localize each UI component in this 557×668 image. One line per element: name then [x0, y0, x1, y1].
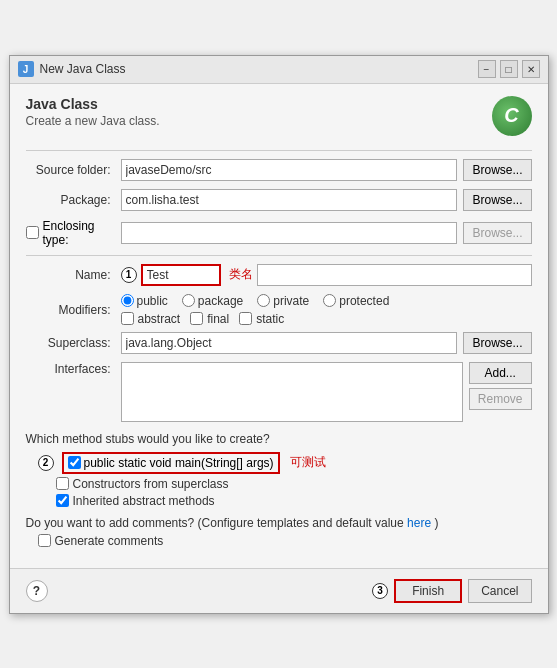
- header-text: Java Class Create a new Java class.: [26, 96, 160, 128]
- source-folder-browse-button[interactable]: Browse...: [463, 159, 531, 181]
- modifier-abstract-label[interactable]: abstract: [121, 312, 181, 326]
- modifier-protected-label[interactable]: protected: [323, 294, 389, 308]
- generate-comments-checkbox[interactable]: [38, 534, 51, 547]
- modifier-final-checkbox[interactable]: [190, 312, 203, 325]
- name-input-wrapper: 类名: [141, 264, 532, 286]
- window-title: New Java Class: [40, 62, 126, 76]
- main-method-border: public static void main(String[] args): [62, 452, 280, 474]
- modifier-package-text: package: [198, 294, 243, 308]
- comments-title-part1: Do you want to add comments? (Configure …: [26, 516, 404, 530]
- modifier-protected-text: protected: [339, 294, 389, 308]
- modifier-package-label[interactable]: package: [182, 294, 243, 308]
- window-icon: J: [18, 61, 34, 77]
- title-buttons: − □ ✕: [478, 60, 540, 78]
- modifiers-radio-group: public package private protected: [121, 294, 390, 308]
- source-folder-row: Source folder: Browse...: [26, 159, 532, 181]
- source-folder-label: Source folder:: [26, 163, 121, 177]
- comments-title: Do you want to add comments? (Configure …: [26, 516, 532, 530]
- enclosing-type-checkbox[interactable]: [26, 226, 39, 239]
- modifier-abstract-checkbox[interactable]: [121, 312, 134, 325]
- name-input-extended[interactable]: [257, 264, 532, 286]
- modifiers-checkbox-group: abstract final static: [121, 312, 390, 326]
- package-label: Package:: [26, 193, 121, 207]
- main-method-checkbox[interactable]: [68, 456, 81, 469]
- help-button[interactable]: ?: [26, 580, 48, 602]
- divider-mid: [26, 255, 532, 256]
- comments-title-part2: ): [434, 516, 438, 530]
- modifiers-row: Modifiers: public package private: [26, 294, 532, 326]
- modifier-final-label[interactable]: final: [190, 312, 229, 326]
- divider-top: [26, 150, 532, 151]
- superclass-browse-button[interactable]: Browse...: [463, 332, 531, 354]
- generate-comments-label[interactable]: Generate comments: [38, 534, 532, 548]
- title-bar: J New Java Class − □ ✕: [10, 56, 548, 84]
- modifier-abstract-text: abstract: [138, 312, 181, 326]
- modifier-public-label[interactable]: public: [121, 294, 168, 308]
- can-test-annotation: 可测试: [290, 454, 326, 471]
- maximize-button[interactable]: □: [500, 60, 518, 78]
- interfaces-label: Interfaces:: [26, 362, 121, 376]
- modifier-public-radio[interactable]: [121, 294, 134, 307]
- main-method-row: 2 public static void main(String[] args)…: [38, 452, 532, 474]
- enclosing-type-browse-button[interactable]: Browse...: [463, 222, 531, 244]
- modifiers-options: public package private protected: [121, 294, 390, 326]
- modifier-static-text: static: [256, 312, 284, 326]
- modifier-private-text: private: [273, 294, 309, 308]
- finish-button[interactable]: Finish: [394, 579, 462, 603]
- generate-comments-text: Generate comments: [55, 534, 164, 548]
- finish-step-badge: 3: [372, 583, 388, 599]
- name-annotation: 类名: [229, 266, 253, 283]
- modifier-private-radio[interactable]: [257, 294, 270, 307]
- cancel-button[interactable]: Cancel: [468, 579, 531, 603]
- eclipse-logo: C: [492, 96, 532, 136]
- enclosing-type-row: Enclosing type: Browse...: [26, 219, 532, 247]
- enclosing-type-label: Enclosing type:: [43, 219, 111, 247]
- constructors-text: Constructors from superclass: [73, 477, 229, 491]
- stubs-step-badge: 2: [38, 455, 54, 471]
- stubs-options: 2 public static void main(String[] args)…: [38, 452, 532, 508]
- inherited-checkbox[interactable]: [56, 494, 69, 507]
- new-java-class-dialog: J New Java Class − □ ✕ Java Class Create…: [9, 55, 549, 614]
- inherited-label[interactable]: Inherited abstract methods: [56, 494, 532, 508]
- stubs-section: Which method stubs would you like to cre…: [26, 432, 532, 508]
- enclosing-type-input[interactable]: [121, 222, 458, 244]
- interfaces-box: [121, 362, 463, 422]
- close-button[interactable]: ✕: [522, 60, 540, 78]
- interfaces-row: Interfaces: Add... Remove: [26, 362, 532, 422]
- name-input[interactable]: [141, 264, 221, 286]
- inherited-text: Inherited abstract methods: [73, 494, 215, 508]
- source-folder-input[interactable]: [121, 159, 458, 181]
- modifiers-label: Modifiers:: [26, 303, 121, 317]
- modifier-final-text: final: [207, 312, 229, 326]
- interfaces-buttons: Add... Remove: [469, 362, 532, 410]
- modifier-static-label[interactable]: static: [239, 312, 284, 326]
- superclass-input[interactable]: [121, 332, 458, 354]
- header-section: Java Class Create a new Java class. C: [26, 96, 532, 136]
- name-row: Name: 1 类名: [26, 264, 532, 286]
- name-step-badge: 1: [121, 267, 137, 283]
- package-browse-button[interactable]: Browse...: [463, 189, 531, 211]
- header-subtitle: Create a new Java class.: [26, 114, 160, 128]
- enclosing-label-wrapper: Enclosing type:: [26, 219, 121, 247]
- modifier-protected-radio[interactable]: [323, 294, 336, 307]
- finish-cancel-group: 3 Finish Cancel: [372, 579, 531, 603]
- modifier-private-label[interactable]: private: [257, 294, 309, 308]
- constructors-checkbox[interactable]: [56, 477, 69, 490]
- comments-section: Do you want to add comments? (Configure …: [26, 516, 532, 548]
- footer-buttons: ? 3 Finish Cancel: [10, 568, 548, 613]
- comments-configure-link[interactable]: here: [407, 516, 431, 530]
- title-bar-left: J New Java Class: [18, 61, 126, 77]
- constructors-label[interactable]: Constructors from superclass: [56, 477, 532, 491]
- header-title: Java Class: [26, 96, 160, 112]
- package-input[interactable]: [121, 189, 458, 211]
- package-row: Package: Browse...: [26, 189, 532, 211]
- stubs-title: Which method stubs would you like to cre…: [26, 432, 532, 446]
- window-icon-label: J: [23, 64, 29, 75]
- remove-interface-button[interactable]: Remove: [469, 388, 532, 410]
- name-label: Name:: [26, 268, 121, 282]
- add-interface-button[interactable]: Add...: [469, 362, 532, 384]
- modifier-package-radio[interactable]: [182, 294, 195, 307]
- dialog-content: Java Class Create a new Java class. C So…: [10, 84, 548, 568]
- minimize-button[interactable]: −: [478, 60, 496, 78]
- modifier-static-checkbox[interactable]: [239, 312, 252, 325]
